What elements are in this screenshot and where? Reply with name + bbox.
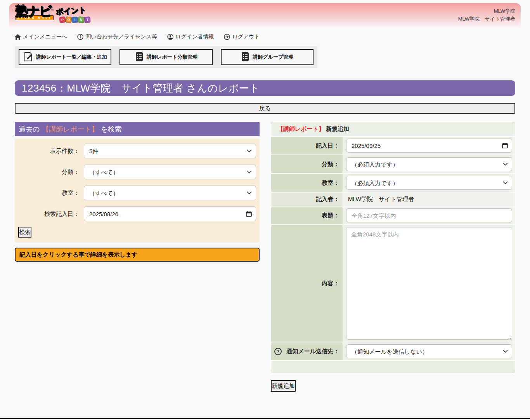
- teacher-group-label: 講師グループ管理: [253, 54, 293, 61]
- category-filter-row: 分類： （すべて）: [15, 165, 256, 179]
- category-select[interactable]: （必須入力です）: [346, 157, 512, 171]
- notify-mail-label-cell: ? 通知メール送信先：: [271, 342, 343, 360]
- report-list-edit-label: 講師レポート一覧／編集・追加: [36, 54, 107, 61]
- entry-date-label: 記入日：: [271, 137, 343, 154]
- home-icon: [15, 34, 21, 40]
- detail-hint-banner: 記入日をクリックする事で詳細を表示します: [15, 248, 260, 262]
- help-icon[interactable]: ?: [274, 348, 282, 355]
- report-category-button[interactable]: 講師レポート分類管理: [120, 49, 212, 65]
- panel-footer-strip: [271, 361, 515, 373]
- nav-logout-label: ログアウト: [232, 33, 260, 40]
- room-filter-select[interactable]: （すべて）: [84, 186, 256, 200]
- page-title: 123456：MLW学院 サイト管理者 さんのレポート: [15, 80, 515, 96]
- nav-logout[interactable]: ログアウト: [224, 33, 260, 40]
- logo-tile-o: O: [66, 17, 71, 23]
- notify-mail-cell: （通知メールを送信しない）: [343, 342, 515, 360]
- login-user-info: MLW学院 MLW学院 サイト管理者: [458, 5, 515, 23]
- page: 塾ナビ™ JYUKU NAVI ポイント P O I N T MLW学院 MLW…: [0, 0, 530, 420]
- new-report-form: 【講師レポート】 新規追加 記入日： 分類：: [271, 122, 515, 373]
- display-count-label: 表示件数：: [15, 148, 84, 155]
- room-filter-label: 教室：: [15, 189, 84, 197]
- subject-cell: [343, 207, 515, 224]
- notify-mail-select[interactable]: （通知メールを送信しない）: [346, 344, 512, 358]
- nav-login-info-label: ログイン者情報: [175, 33, 214, 40]
- display-count-select[interactable]: 5件: [84, 144, 256, 158]
- person-icon: [167, 34, 173, 40]
- entry-date-input[interactable]: [346, 139, 512, 153]
- category-label: 分類：: [271, 155, 343, 173]
- subject-label: 表題：: [271, 207, 343, 224]
- nav-contact-license-label: 問い合わせ先／ライセンス等: [85, 33, 157, 40]
- logout-icon: [224, 34, 230, 40]
- app-logo[interactable]: 塾ナビ™ JYUKU NAVI ポイント P O I N T: [16, 5, 90, 23]
- content-cell: [343, 225, 515, 342]
- report-list-edit-button[interactable]: 講師レポート一覧／編集・追加: [19, 49, 111, 65]
- new-report-title-highlight: 【講師レポート】: [277, 125, 324, 133]
- report-category-label: 講師レポート分類管理: [147, 54, 197, 61]
- search-date-row: 検索記入日：: [15, 207, 256, 221]
- user-name: MLW学院 サイト管理者: [458, 15, 515, 23]
- school-name: MLW学院: [458, 7, 515, 15]
- logo-tile-p: P: [59, 17, 66, 23]
- header-banner: 塾ナビ™ JYUKU NAVI ポイント P O I N T MLW学院 MLW…: [9, 3, 521, 27]
- search-date-label: 検索記入日：: [15, 210, 84, 218]
- search-form: 表示件数： 5件 分類： （すべて）: [15, 139, 260, 243]
- search-title-highlight: 【講師レポート】: [42, 125, 98, 134]
- display-count-row: 表示件数： 5件: [15, 144, 256, 158]
- content-textarea[interactable]: [346, 227, 512, 340]
- category-filter-label: 分類：: [15, 168, 84, 176]
- top-nav: メインメニューへ 問い合わせ先／ライセンス等 ログイン者情報 ログアウト: [15, 33, 530, 40]
- logo-trademark: ™: [51, 9, 54, 12]
- main-content: 過去の 【講師レポート】 を検索 表示件数： 5件 分類：: [15, 122, 515, 392]
- logo-point-tiles: P O I N T: [60, 17, 90, 23]
- logo-tile-n: N: [78, 17, 84, 23]
- info-icon: [77, 34, 83, 40]
- logo-point-jp: ポイント: [55, 5, 86, 17]
- new-report-panel: 【講師レポート】 新規追加 記入日： 分類：: [271, 122, 515, 392]
- nav-login-info[interactable]: ログイン者情報: [167, 33, 214, 40]
- nav-main-menu[interactable]: メインメニューへ: [15, 33, 67, 40]
- list-document-icon: [135, 52, 144, 63]
- back-button[interactable]: 戻る: [15, 103, 515, 114]
- room-filter-row: 教室： （すべて）: [15, 186, 256, 200]
- logo-banner-text: JYUKU NAVI: [16, 15, 54, 20]
- list-document-icon: [241, 52, 250, 63]
- room-cell: （必須入力です）: [343, 174, 515, 192]
- entry-date-cell: [343, 137, 515, 154]
- author-value: MLW学院 サイト管理者: [343, 193, 515, 206]
- search-date-input[interactable]: [84, 207, 256, 221]
- logo-tile-i: I: [72, 17, 78, 23]
- search-panel-title: 過去の 【講師レポート】 を検索: [15, 122, 260, 136]
- footer-divider: [0, 418, 530, 420]
- category-filter-select[interactable]: （すべて）: [84, 165, 256, 179]
- room-label: 教室：: [271, 174, 343, 192]
- subject-input[interactable]: [346, 208, 512, 222]
- past-report-search-panel: 過去の 【講師レポート】 を検索 表示件数： 5件 分類：: [15, 122, 260, 262]
- search-button[interactable]: 検索: [18, 227, 31, 238]
- teacher-group-button[interactable]: 講師グループ管理: [221, 49, 313, 65]
- nav-main-menu-label: メインメニューへ: [23, 33, 67, 40]
- content-label: 内容：: [271, 225, 343, 342]
- edit-document-icon: [23, 52, 33, 63]
- logo-tile-t: T: [84, 17, 90, 23]
- report-toolbar: 講師レポート一覧／編集・追加 講師レポート分類管理 講師グループ管理: [15, 46, 317, 68]
- new-report-title: 【講師レポート】 新規追加: [271, 122, 515, 137]
- author-label: 記入者：: [271, 193, 343, 206]
- nav-contact-license[interactable]: 問い合わせ先／ライセンス等: [77, 33, 157, 40]
- submit-new-report-button[interactable]: 新規追加: [271, 380, 296, 392]
- room-select[interactable]: （必須入力です）: [346, 176, 512, 190]
- category-cell: （必須入力です）: [343, 155, 515, 173]
- notify-mail-label: 通知メール送信先：: [286, 348, 339, 355]
